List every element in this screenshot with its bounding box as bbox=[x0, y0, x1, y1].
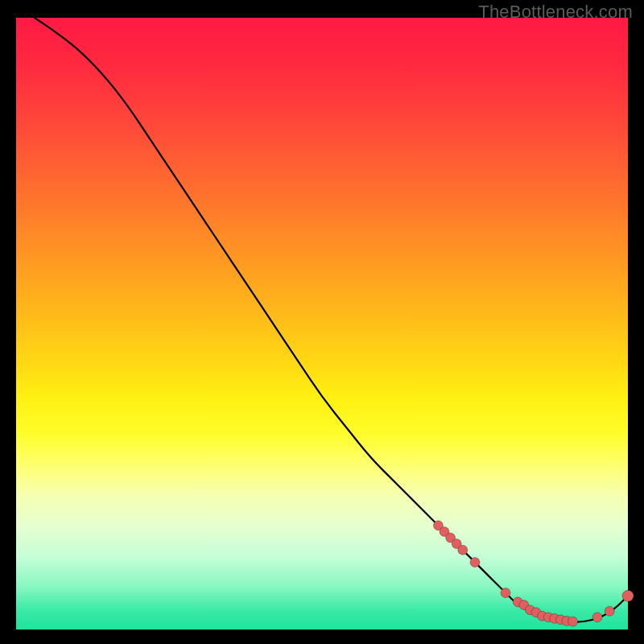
data-points-group bbox=[433, 521, 634, 626]
data-point bbox=[458, 545, 468, 555]
plot-area bbox=[16, 18, 628, 630]
data-point bbox=[501, 588, 510, 597]
data-point bbox=[470, 557, 480, 567]
data-point bbox=[568, 617, 578, 626]
data-point bbox=[592, 613, 602, 622]
bottleneck-curve bbox=[35, 18, 628, 622]
data-point bbox=[622, 590, 634, 601]
data-point bbox=[605, 606, 614, 616]
chart-stage: TheBottleneck.com bbox=[0, 0, 644, 644]
chart-overlay bbox=[16, 18, 628, 630]
